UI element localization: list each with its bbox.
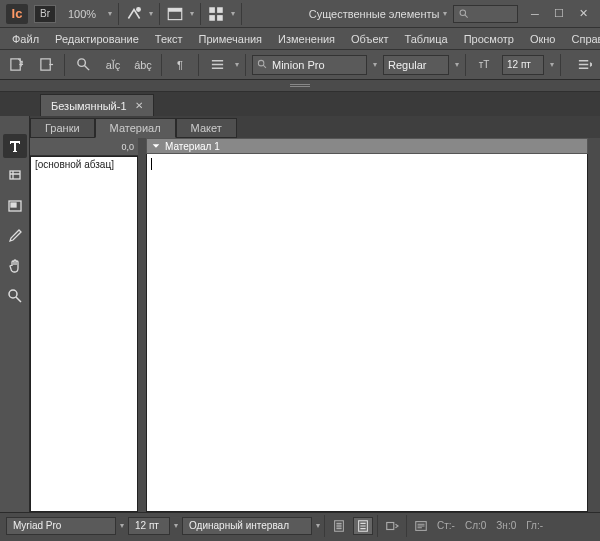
- font-size-icon: тТ: [472, 54, 496, 76]
- separator: [159, 3, 160, 25]
- svg-rect-14: [11, 203, 16, 207]
- canvas: 0,0 [основной абзац] Материал 1: [30, 138, 600, 512]
- status-bar: Myriad Pro ▾ 12 пт ▾ Одинарный интервал …: [0, 512, 600, 538]
- ruler-value: 0,0: [121, 142, 134, 152]
- font-size-selector[interactable]: 12 пт: [502, 55, 544, 75]
- status-size-value: 12 пт: [135, 520, 159, 531]
- svg-point-7: [460, 10, 466, 16]
- menu-window[interactable]: Окно: [522, 31, 564, 47]
- separator: [118, 3, 119, 25]
- separator: [377, 515, 378, 537]
- workspace: Гранки Материал Макет 0,0 [основной абза…: [0, 116, 600, 512]
- separator: [200, 3, 201, 25]
- tab-story[interactable]: Материал: [95, 118, 176, 138]
- column-accurate-icon[interactable]: [353, 517, 373, 535]
- font-size-value: 12 пт: [507, 59, 531, 70]
- stats-group: Ст:- Сл:0 Зн:0 Гл:-: [411, 517, 547, 535]
- character-icon[interactable]: aĬç: [101, 54, 125, 76]
- stats-icon: [411, 517, 431, 535]
- menu-table[interactable]: Таблица: [397, 31, 456, 47]
- stat-words: Сл:0: [461, 520, 490, 531]
- menu-type[interactable]: Текст: [147, 31, 191, 47]
- separator: [245, 54, 246, 76]
- menu-edit[interactable]: Редактирование: [47, 31, 147, 47]
- content-column: Материал 1: [146, 138, 588, 512]
- info-expand-icon[interactable]: [382, 517, 402, 535]
- tab-galley[interactable]: Гранки: [30, 118, 95, 138]
- svg-rect-2: [168, 8, 182, 11]
- delete-note-icon[interactable]: [34, 54, 58, 76]
- chevron-down-icon[interactable]: ▾: [550, 60, 554, 69]
- chevron-down-icon[interactable]: ▾: [120, 521, 124, 530]
- hand-tool[interactable]: [3, 254, 27, 278]
- separator: [465, 54, 466, 76]
- status-font-selector[interactable]: Myriad Pro: [6, 517, 116, 535]
- menu-help[interactable]: Справка: [563, 31, 600, 47]
- separator: [241, 3, 242, 25]
- minimize-button[interactable]: ─: [524, 5, 546, 23]
- close-icon[interactable]: ✕: [135, 100, 143, 111]
- chevron-down-icon[interactable]: ▾: [174, 521, 178, 530]
- workspace-label: Существенные элементы: [309, 8, 440, 20]
- font-style-selector[interactable]: Regular: [383, 55, 449, 75]
- arrange-icon[interactable]: [207, 5, 225, 23]
- type-tool[interactable]: [3, 134, 27, 158]
- workspace-switcher[interactable]: Существенные элементы ▾: [309, 8, 448, 20]
- text-cursor: [151, 158, 152, 170]
- document-tab[interactable]: Безымянный-1 ✕: [40, 94, 154, 116]
- menu-object[interactable]: Объект: [343, 31, 396, 47]
- story-title: Материал 1: [165, 141, 220, 152]
- text-editor[interactable]: [146, 154, 588, 512]
- stat-depth: Гл:-: [522, 520, 547, 531]
- paragraph-icon[interactable]: ¶: [168, 54, 192, 76]
- font-family-value: Minion Pro: [272, 59, 325, 71]
- font-family-selector[interactable]: Minion Pro: [252, 55, 367, 75]
- status-size-selector[interactable]: 12 пт: [128, 517, 170, 535]
- note-tool[interactable]: [3, 164, 27, 188]
- chevron-down-icon[interactable]: ▾: [235, 60, 239, 69]
- chevron-down-icon[interactable]: ▾: [316, 521, 320, 530]
- search-input[interactable]: [453, 5, 518, 23]
- screen-mode-icon[interactable]: [166, 5, 184, 23]
- chevron-down-icon[interactable]: ▾: [455, 60, 459, 69]
- close-button[interactable]: ✕: [572, 5, 594, 23]
- story-header[interactable]: Материал 1: [146, 138, 588, 154]
- menu-view[interactable]: Просмотр: [456, 31, 522, 47]
- menu-notes[interactable]: Примечания: [191, 31, 271, 47]
- splitter[interactable]: [138, 138, 146, 512]
- svg-point-15: [9, 290, 17, 298]
- zoom-tool[interactable]: [3, 284, 27, 308]
- view-options-icon[interactable]: [125, 5, 143, 23]
- panel-expand-handle[interactable]: [0, 80, 600, 92]
- status-leading-selector[interactable]: Одинарный интервал: [182, 517, 312, 535]
- scrollbar-vertical[interactable]: [588, 138, 600, 512]
- bridge-icon[interactable]: Br: [34, 5, 56, 23]
- svg-point-0: [137, 7, 140, 10]
- list-icon[interactable]: [205, 54, 229, 76]
- control-toolbar: aĬç ábç ¶ ▾ Minion Pro ▾ Regular ▾ тТ 12…: [0, 50, 600, 80]
- paragraph-style-column[interactable]: [основной абзац]: [30, 156, 138, 512]
- chevron-down-icon[interactable]: ▾: [231, 9, 235, 18]
- spellcheck-icon[interactable]: ábç: [131, 54, 155, 76]
- chevron-down-icon[interactable]: ▾: [190, 9, 194, 18]
- chevron-down-icon[interactable]: ▾: [108, 9, 112, 18]
- eyedropper-tool[interactable]: [3, 224, 27, 248]
- menu-changes[interactable]: Изменения: [270, 31, 343, 47]
- panel-menu-icon[interactable]: [572, 54, 596, 76]
- maximize-button[interactable]: ☐: [548, 5, 570, 23]
- position-tool[interactable]: [3, 194, 27, 218]
- zoom-level[interactable]: 100%: [62, 8, 102, 20]
- menu-file[interactable]: Файл: [4, 31, 47, 47]
- column-single-icon[interactable]: [329, 517, 349, 535]
- chevron-down-icon[interactable]: ▾: [373, 60, 377, 69]
- svg-rect-6: [217, 15, 223, 21]
- find-icon[interactable]: [71, 54, 95, 76]
- status-leading-value: Одинарный интервал: [189, 520, 289, 531]
- app-logo-icon: Ic: [6, 4, 28, 24]
- new-note-icon[interactable]: [4, 54, 28, 76]
- svg-point-11: [258, 60, 264, 66]
- stat-chars: Зн:0: [492, 520, 520, 531]
- chevron-down-icon: [151, 141, 161, 151]
- tab-layout[interactable]: Макет: [176, 118, 237, 138]
- chevron-down-icon[interactable]: ▾: [149, 9, 153, 18]
